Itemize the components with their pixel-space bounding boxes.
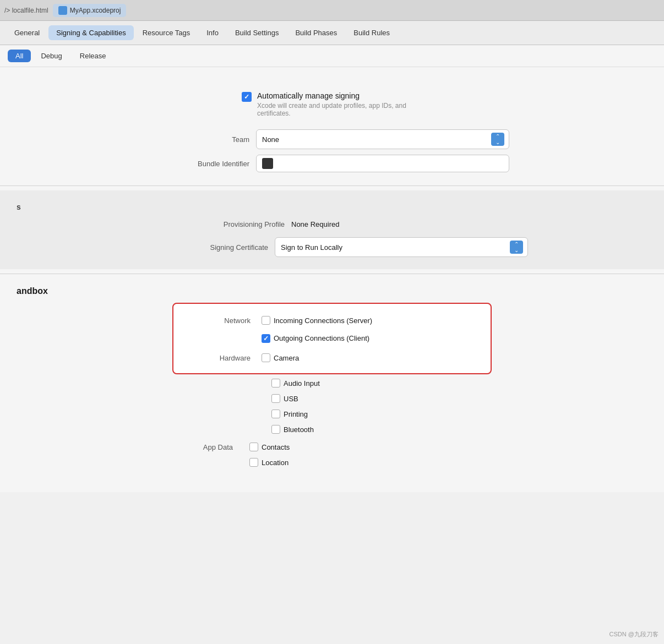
- file-bar: /> localfile.html MyApp.xcodeproj: [0, 0, 664, 21]
- location-label: Location: [262, 459, 289, 467]
- location-row: Location: [172, 455, 492, 470]
- audio-row: Audio Input: [172, 375, 492, 391]
- camera-checkbox[interactable]: [262, 353, 270, 362]
- contacts-item: Contacts: [249, 443, 290, 451]
- team-label: Team: [150, 135, 249, 144]
- certificate-select-value: Sign to Run Locally: [281, 243, 510, 252]
- tab-resource-tags[interactable]: Resource Tags: [135, 25, 198, 40]
- tab-build-phases[interactable]: Build Phases: [287, 25, 345, 40]
- tab-general[interactable]: General: [7, 25, 47, 40]
- incoming-checkbox[interactable]: [262, 316, 270, 325]
- bundle-row: Bundle Identifier: [150, 155, 514, 172]
- provisioning-label: Provisioning Profile: [153, 220, 285, 228]
- capabilities-wrapper: Network Incoming Connections (Server) Ou…: [0, 303, 664, 470]
- location-checkbox[interactable]: [249, 458, 258, 467]
- certificate-select-arrow-icon: ⌃⌄: [510, 241, 523, 254]
- separator-2: [0, 274, 664, 274]
- incoming-row: Network Incoming Connections (Server): [190, 313, 474, 328]
- xcode-icon: [58, 6, 67, 15]
- printing-row: Printing: [172, 406, 492, 422]
- tab-build-settings[interactable]: Build Settings: [227, 25, 287, 40]
- bluetooth-label: Bluetooth: [284, 425, 314, 434]
- usb-item: USB: [271, 394, 298, 403]
- active-tab-label: MyApp.xcodeproj: [70, 7, 121, 14]
- tab-signing-capabilities[interactable]: Signing & Capabilities: [48, 25, 133, 40]
- outgoing-checkbox[interactable]: [262, 334, 270, 343]
- bundle-label: Bundle Identifier: [150, 160, 249, 168]
- app-data-label: App Data: [172, 443, 233, 451]
- certificate-row: Signing Certificate Sign to Run Locally …: [0, 233, 664, 261]
- certificate-select[interactable]: Sign to Run Locally ⌃⌄: [275, 237, 528, 257]
- camera-label: Camera: [274, 354, 299, 362]
- auto-manage-checkbox[interactable]: [242, 92, 252, 102]
- camera-row: Hardware Camera: [190, 350, 474, 365]
- subtab-all[interactable]: All: [8, 50, 31, 62]
- auto-manage-text: Automatically manage signing Xcode will …: [257, 91, 422, 117]
- bluetooth-item: Bluetooth: [271, 425, 314, 434]
- usb-row: USB: [172, 391, 492, 406]
- active-file-tab[interactable]: MyApp.xcodeproj: [53, 4, 127, 17]
- subtab-release[interactable]: Release: [72, 50, 114, 62]
- audio-item: Audio Input: [271, 379, 320, 388]
- team-select[interactable]: None ⌃⌄: [256, 129, 509, 149]
- debug-signing-section: s Provisioning Profile None Required Sig…: [0, 190, 664, 269]
- tab-build-rules[interactable]: Build Rules: [346, 25, 398, 40]
- debug-section-header: s: [0, 198, 664, 216]
- usb-label: USB: [284, 395, 298, 403]
- sandbox-section: andbox Network Incoming Connections (Ser…: [0, 279, 664, 481]
- bluetooth-row: Bluetooth: [172, 422, 492, 437]
- location-item: Location: [249, 458, 289, 467]
- incoming-label: Incoming Connections (Server): [274, 316, 372, 325]
- bluetooth-checkbox[interactable]: [271, 425, 280, 434]
- bundle-input[interactable]: [256, 155, 509, 172]
- red-bordered-box: Network Incoming Connections (Server) Ou…: [172, 303, 492, 374]
- printing-checkbox[interactable]: [271, 410, 280, 418]
- auto-manage-label: Automatically manage signing: [257, 91, 422, 100]
- tab-info[interactable]: Info: [199, 25, 226, 40]
- file-path-label: /> localfile.html: [4, 7, 48, 14]
- printing-item: Printing: [271, 410, 308, 418]
- separator-1: [0, 185, 664, 186]
- contacts-row: App Data Contacts: [172, 439, 492, 455]
- incoming-item: Incoming Connections (Server): [262, 316, 372, 325]
- main-content: Automatically manage signing Xcode will …: [0, 67, 664, 492]
- certificate-label: Signing Certificate: [136, 243, 268, 252]
- auto-manage-desc: Xcode will create and update profiles, a…: [257, 102, 422, 117]
- team-select-value: None: [262, 135, 491, 144]
- usb-checkbox[interactable]: [271, 394, 280, 403]
- camera-item: Camera: [262, 353, 299, 362]
- outgoing-label: Outgoing Connections (Client): [274, 334, 369, 342]
- audio-label: Audio Input: [284, 379, 320, 388]
- main-tab-bar: General Signing & Capabilities Resource …: [0, 21, 664, 45]
- provisioning-value: None Required: [291, 220, 511, 228]
- audio-checkbox[interactable]: [271, 379, 280, 388]
- contacts-label: Contacts: [262, 443, 290, 451]
- auto-sign-row: Automatically manage signing Xcode will …: [242, 91, 422, 117]
- outgoing-row: Outgoing Connections (Client): [190, 330, 474, 346]
- sandbox-title: andbox: [0, 286, 664, 303]
- contacts-checkbox[interactable]: [249, 443, 258, 451]
- signing-section: Automatically manage signing Xcode will …: [0, 78, 664, 181]
- provisioning-row: Provisioning Profile None Required: [0, 216, 664, 233]
- hardware-label: Hardware: [190, 354, 251, 362]
- network-label: Network: [190, 316, 251, 325]
- bundle-icon: [262, 158, 273, 169]
- sub-tab-bar: All Debug Release: [0, 45, 664, 67]
- team-row: Team None ⌃⌄: [150, 129, 514, 149]
- printing-label: Printing: [284, 410, 308, 418]
- subtab-debug[interactable]: Debug: [33, 50, 69, 62]
- team-select-arrow-icon: ⌃⌄: [491, 133, 504, 146]
- outgoing-item: Outgoing Connections (Client): [262, 334, 369, 343]
- watermark: CSDN @九段刀客: [609, 630, 658, 638]
